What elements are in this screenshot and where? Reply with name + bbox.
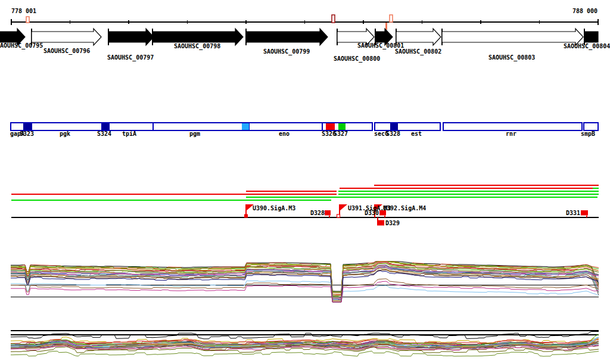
tss-flag[interactable] — [246, 204, 254, 211]
tss-flag[interactable] — [340, 204, 347, 211]
feature-box[interactable] — [23, 123, 32, 130]
genome-browser-view: 778 001 788 000 SAOUHSC_00795SAOUHSC_007… — [0, 0, 610, 364]
gene-arrow[interactable] — [396, 29, 441, 45]
feature-box[interactable] — [390, 123, 398, 130]
expression-profile-line — [11, 279, 599, 302]
ruler-marker[interactable] — [332, 15, 335, 23]
gene-arrow[interactable] — [337, 29, 374, 45]
feature-box[interactable] — [102, 123, 109, 130]
gene-arrow[interactable] — [584, 32, 598, 42]
tss-flag[interactable] — [375, 204, 382, 211]
expression-profile-line — [11, 332, 599, 339]
operon-box[interactable] — [443, 123, 582, 130]
gene-arrow[interactable] — [375, 29, 393, 45]
operon-box[interactable] — [584, 123, 598, 130]
gene-arrow[interactable] — [0, 29, 25, 45]
tss-flag-base — [244, 214, 248, 218]
ruler-marker[interactable] — [385, 23, 387, 30]
terminator-marker[interactable] — [325, 210, 331, 216]
gene-arrow[interactable] — [108, 29, 154, 45]
gene-arrow[interactable] — [32, 29, 101, 45]
tss-flag-base — [337, 214, 340, 217]
expression-profile-line — [11, 351, 599, 356]
gene-arrow[interactable] — [246, 29, 328, 45]
terminator-marker[interactable] — [377, 220, 384, 226]
gene-arrow[interactable] — [442, 29, 583, 45]
ruler-marker[interactable] — [26, 17, 29, 23]
feature-box[interactable] — [326, 123, 335, 130]
feature-box[interactable] — [338, 123, 346, 130]
expression-profile-line — [11, 281, 599, 302]
feature-box[interactable] — [242, 123, 249, 130]
terminator-marker[interactable] — [379, 210, 386, 216]
operon-box[interactable] — [11, 123, 372, 130]
browser-canvas — [0, 0, 610, 364]
operon-box[interactable] — [375, 123, 440, 130]
terminator-marker[interactable] — [581, 210, 588, 216]
ruler-marker[interactable] — [390, 15, 393, 22]
gene-arrow[interactable] — [152, 29, 243, 45]
